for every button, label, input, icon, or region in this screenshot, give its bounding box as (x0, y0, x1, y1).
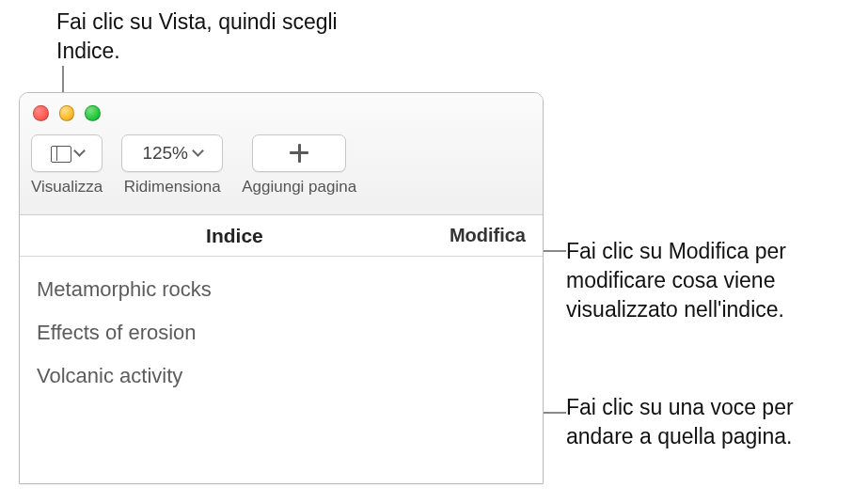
sidebar-icon (51, 146, 70, 161)
view-menu-button[interactable] (31, 134, 103, 172)
toc-header: Indice Modifica (20, 215, 543, 257)
add-page-label: Aggiungi pagina (242, 178, 356, 196)
toc-edit-button[interactable]: Modifica (450, 225, 526, 246)
chevron-down-icon (192, 145, 204, 157)
tool-view: Visualizza (31, 134, 103, 196)
toc-item[interactable]: Volcanic activity (20, 354, 543, 398)
tool-add-page: Aggiungi pagina (242, 134, 356, 196)
toc-title: Indice (20, 225, 450, 247)
plus-icon (290, 144, 308, 163)
window-close-button[interactable] (33, 105, 49, 121)
zoom-value: 125% (142, 143, 188, 164)
view-label: Visualizza (31, 178, 103, 196)
window-maximize-button[interactable] (85, 105, 101, 121)
callout-right-item: Fai clic su una voce per andare a quella… (566, 393, 858, 451)
titlebar: Visualizza 125% Ridimensiona Aggiungi pa… (20, 93, 543, 215)
callout-right-edit: Fai clic su Modifica per modificare cosa… (566, 237, 858, 324)
zoom-label: Ridimensiona (124, 178, 221, 196)
toc-item[interactable]: Metamorphic rocks (20, 268, 543, 311)
zoom-menu-button[interactable]: 125% (121, 134, 223, 172)
chevron-down-icon (73, 145, 86, 157)
toc-list: Metamorphic rocks Effects of erosion Vol… (20, 257, 543, 398)
window-minimize-button[interactable] (59, 105, 75, 121)
app-window: Visualizza 125% Ridimensiona Aggiungi pa… (19, 92, 544, 484)
callout-top: Fai clic su Vista, quindi scegli Indice. (56, 8, 339, 66)
toc-item[interactable]: Effects of erosion (20, 311, 543, 354)
window-traffic-lights (20, 93, 543, 121)
toolbar: Visualizza 125% Ridimensiona Aggiungi pa… (20, 121, 543, 196)
tool-zoom: 125% Ridimensiona (121, 134, 223, 196)
add-page-button[interactable] (252, 134, 346, 172)
